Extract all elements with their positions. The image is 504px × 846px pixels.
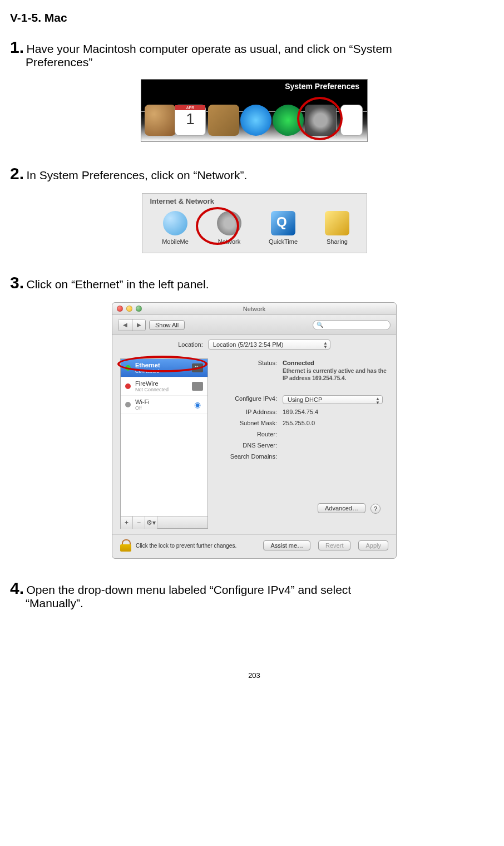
status-dot-icon (125, 402, 131, 407)
quicktime-label: QuickTime (263, 238, 304, 245)
gear-button[interactable]: ⚙︎▾ (145, 517, 157, 529)
configure-value: Using DHCP (288, 396, 322, 403)
wifi-icon (192, 400, 203, 409)
quicktime-item[interactable]: QuickTime (263, 211, 304, 245)
sharing-item[interactable]: Sharing (317, 211, 358, 245)
sidebar-item-wifi[interactable]: Wi-Fi Off (121, 396, 207, 414)
network-window: Network ◀ ▶ Show All 🔍 Location: Locatio… (112, 302, 397, 559)
nav-buttons[interactable]: ◀ ▶ (118, 319, 146, 331)
mobileme-icon (163, 211, 187, 235)
clipboard-icon (208, 105, 239, 136)
network-form: Status: Connected Ethernet is currently … (216, 358, 388, 529)
show-all-button[interactable]: Show All (149, 320, 185, 330)
highlight-ellipse (297, 97, 343, 140)
step-3-num: 3. (10, 273, 24, 292)
lock-text: Click the lock to prevent further change… (136, 543, 255, 549)
revert-button[interactable]: Revert (318, 540, 350, 550)
pdf-icon (340, 105, 363, 136)
sidebar-sub: Connected (135, 368, 187, 374)
page-number: 203 (10, 671, 498, 680)
step-4-cont: “Manually”. (26, 597, 498, 610)
sharing-label: Sharing (317, 238, 358, 245)
step-3: 3. Click on “Ethernet” in the left panel… (10, 273, 498, 292)
lock-icon[interactable] (120, 539, 131, 552)
status-subtext: Ethernet is currently active and has the… (283, 367, 388, 382)
firewire-icon (192, 382, 203, 391)
mask-value: 255.255.0.0 (283, 420, 388, 426)
step-2: 2. In System Preferences, click on “Netw… (10, 164, 498, 183)
status-dot-icon (125, 365, 131, 371)
remove-button[interactable]: − (133, 517, 145, 529)
close-icon[interactable] (117, 306, 123, 312)
ip-label: IP Address: (216, 409, 283, 415)
step-4-num: 4. (10, 579, 24, 597)
search-domains-label: Search Domains: (216, 453, 283, 460)
location-label: Location: (178, 341, 203, 348)
router-label: Router: (216, 431, 283, 437)
assist-button[interactable]: Assist me… (263, 540, 310, 550)
sidebar-name: FireWire (135, 380, 187, 387)
dns-label: DNS Server: (216, 442, 283, 449)
window-title: Network (243, 306, 265, 312)
ethernet-icon (192, 363, 203, 372)
forward-button[interactable]: ▶ (132, 319, 145, 331)
step-1: 1. Have your Macintosh computer operate … (10, 38, 498, 69)
quicktime-icon (271, 211, 295, 235)
step-1-cont: Preferences” (26, 56, 498, 69)
step-1-text: Have your Macintosh computer operate as … (26, 42, 392, 55)
step-3-text: Click on “Ethernet” in the left panel. (26, 278, 209, 291)
location-value: Location (5/2/13 2:54 PM) (213, 341, 284, 348)
zoom-icon[interactable] (136, 306, 142, 312)
help-button[interactable]: ? (370, 504, 381, 514)
section-heading: V-1-5. Mac (10, 11, 498, 24)
status-label: Status: (216, 360, 283, 366)
dock-tooltip-label: System Preferences (285, 82, 359, 91)
mobileme-item[interactable]: MobileMe (155, 211, 196, 245)
sidebar-name: Wi-Fi (135, 399, 187, 405)
location-select[interactable]: Location (5/2/13 2:54 PM) ▲▼ (208, 340, 330, 350)
step-1-num: 1. (10, 38, 24, 56)
mobileme-label: MobileMe (155, 238, 196, 245)
ip-value: 169.254.75.4 (283, 409, 388, 415)
status-value: Connected (283, 360, 314, 366)
sidebar-name: Ethernet (135, 362, 187, 368)
configure-select[interactable]: Using DHCP ▲▼ (283, 395, 383, 404)
apply-button[interactable]: Apply (358, 540, 388, 550)
step-4: 4. Open the drop-down menu labeled “Conf… (10, 579, 498, 610)
step-4-text: Open the drop-down menu labeled “Configu… (26, 583, 351, 596)
mask-label: Subnet Mask: (216, 420, 283, 426)
sidebar-item-ethernet[interactable]: Ethernet Connected (121, 359, 207, 377)
highlight-ellipse (196, 207, 239, 245)
internet-network-panel: Internet & Network MobileMe Network Quic… (142, 193, 367, 253)
addressbook-icon (145, 105, 176, 136)
sidebar-item-firewire[interactable]: FireWire Not Connected (121, 377, 207, 396)
itunes-icon (240, 105, 271, 136)
configure-label: Configure IPv4: (216, 395, 283, 402)
minimize-icon[interactable] (126, 306, 132, 312)
window-titlebar: Network (112, 303, 396, 315)
back-button[interactable]: ◀ (118, 319, 132, 331)
step-2-num: 2. (10, 164, 24, 183)
add-button[interactable]: + (121, 517, 133, 529)
sidebar-sub: Off (135, 405, 187, 411)
step-2-text: In System Preferences, click on “Network… (26, 169, 247, 181)
dock-screenshot: System Preferences (141, 79, 368, 142)
calendar-icon (175, 105, 206, 136)
status-dot-icon (125, 383, 131, 389)
internet-network-title: Internet & Network (150, 197, 367, 205)
interface-sidebar: Ethernet Connected FireWire Not Connecte… (120, 358, 208, 529)
advanced-button[interactable]: Advanced… (318, 503, 365, 513)
sharing-icon (325, 211, 349, 235)
sidebar-sub: Not Connected (135, 387, 187, 392)
search-input[interactable]: 🔍 (313, 320, 391, 330)
